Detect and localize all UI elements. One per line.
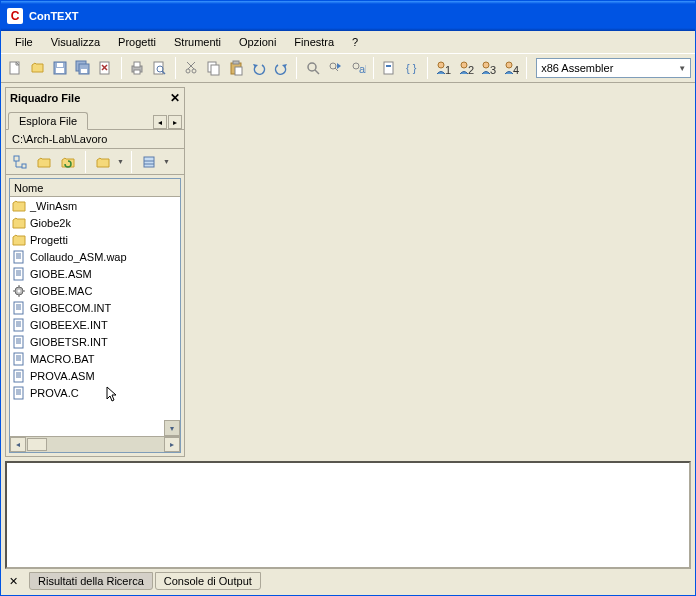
- tab-explore-file[interactable]: Esplora File: [8, 112, 88, 130]
- paste-button[interactable]: [226, 57, 247, 79]
- svg-rect-23: [233, 61, 239, 64]
- toolbar: ab{ }1234x86 Assembler▼: [1, 53, 695, 83]
- svg-point-36: [461, 62, 467, 68]
- file-panel-close-button[interactable]: ✕: [170, 91, 180, 105]
- gear-icon: [12, 284, 26, 298]
- svg-rect-24: [235, 67, 242, 75]
- menu-finestra[interactable]: Finestra: [286, 34, 342, 50]
- list-item[interactable]: Giobe2k: [10, 214, 180, 231]
- user4-button[interactable]: 4: [501, 57, 522, 79]
- file-icon: [12, 267, 26, 281]
- bookmark-button[interactable]: [379, 57, 400, 79]
- list-item[interactable]: GIOBE.ASM: [10, 265, 180, 282]
- menu-file[interactable]: File: [7, 34, 41, 50]
- list-item[interactable]: Progetti: [10, 231, 180, 248]
- svg-rect-45: [22, 164, 26, 168]
- svg-rect-42: [14, 156, 19, 161]
- svg-rect-71: [14, 336, 23, 348]
- user2-button[interactable]: 2: [456, 57, 477, 79]
- svg-point-25: [308, 63, 316, 71]
- preview-button[interactable]: [149, 57, 170, 79]
- menu-opzioni[interactable]: Opzioni: [231, 34, 284, 50]
- file-icon: [12, 250, 26, 264]
- print-button[interactable]: [127, 57, 148, 79]
- chevron-down-icon: ▼: [678, 64, 686, 73]
- tab-search-results[interactable]: Risultati della Ricerca: [29, 572, 153, 590]
- svg-point-17: [192, 69, 196, 73]
- file-name: PROVA.ASM: [30, 370, 95, 382]
- editor-area[interactable]: [185, 83, 695, 461]
- close-button[interactable]: [95, 57, 116, 79]
- file-panel-title: Riquadro File: [10, 92, 80, 104]
- tab-output-console[interactable]: Console di Output: [155, 572, 261, 590]
- output-close-button[interactable]: ✕: [9, 575, 23, 588]
- find-button[interactable]: [302, 57, 323, 79]
- svg-rect-46: [144, 157, 154, 167]
- syntax-highlighter-dropdown[interactable]: x86 Assembler▼: [536, 58, 691, 78]
- file-name: Giobe2k: [30, 217, 71, 229]
- svg-point-38: [483, 62, 489, 68]
- new-button[interactable]: [5, 57, 26, 79]
- scroll-thumb[interactable]: [27, 438, 47, 451]
- file-list[interactable]: _WinAsmGiobe2kProgettiCollaudo_ASM.wapGI…: [10, 197, 180, 436]
- svg-text:3: 3: [490, 64, 496, 76]
- folder-up-icon[interactable]: [34, 152, 54, 172]
- svg-line-18: [188, 62, 195, 69]
- folder-refresh-icon[interactable]: [58, 152, 78, 172]
- svg-rect-63: [14, 302, 23, 314]
- cut-button[interactable]: [181, 57, 202, 79]
- tab-scroll-left-button[interactable]: ◂: [153, 115, 167, 129]
- svg-rect-2: [56, 68, 64, 73]
- svg-rect-12: [134, 70, 140, 74]
- list-item[interactable]: _WinAsm: [10, 197, 180, 214]
- user1-button[interactable]: 1: [433, 57, 454, 79]
- copy-button[interactable]: [203, 57, 224, 79]
- menu-strumenti[interactable]: Strumenti: [166, 34, 229, 50]
- scroll-right-button[interactable]: ▸: [164, 437, 180, 452]
- svg-rect-83: [14, 387, 23, 399]
- tab-scroll-right-button[interactable]: ▸: [168, 115, 182, 129]
- list-item[interactable]: GIOBE.MAC: [10, 282, 180, 299]
- list-item[interactable]: PROVA.C: [10, 384, 180, 401]
- svg-text:{ }: { }: [406, 62, 417, 74]
- findnext-button[interactable]: [325, 57, 346, 79]
- view-mode-icon[interactable]: [139, 152, 159, 172]
- svg-line-19: [187, 62, 194, 69]
- file-icon: [12, 301, 26, 315]
- open-button[interactable]: [28, 57, 49, 79]
- horizontal-scrollbar[interactable]: ◂ ▸: [10, 436, 180, 452]
- file-icon: [12, 386, 26, 400]
- list-item[interactable]: GIOBEEXE.INT: [10, 316, 180, 333]
- scroll-left-button[interactable]: ◂: [10, 437, 26, 452]
- file-panel-header: Riquadro File ✕: [6, 88, 184, 108]
- redo-button[interactable]: [271, 57, 292, 79]
- list-item[interactable]: GIOBETSR.INT: [10, 333, 180, 350]
- column-header-name[interactable]: Nome: [10, 179, 180, 197]
- output-textarea[interactable]: [5, 461, 691, 569]
- undo-button[interactable]: [248, 57, 269, 79]
- output-tabs: ✕ Risultati della Ricerca Console di Out…: [5, 571, 691, 591]
- bracket-button[interactable]: { }: [402, 57, 423, 79]
- menu-[interactable]: ?: [344, 34, 366, 50]
- file-panel-toolbar: ▼ ▼: [6, 149, 184, 175]
- file-name: MACRO.BAT: [30, 353, 95, 365]
- mouse-cursor-icon: [106, 386, 120, 404]
- output-panel: ✕ Risultati della Ricerca Console di Out…: [5, 461, 691, 591]
- list-item[interactable]: Collaudo_ASM.wap: [10, 248, 180, 265]
- folder-favorite-icon[interactable]: [93, 152, 113, 172]
- saveall-button[interactable]: [73, 57, 94, 79]
- list-item[interactable]: MACRO.BAT: [10, 350, 180, 367]
- list-item[interactable]: PROVA.ASM: [10, 367, 180, 384]
- svg-rect-3: [57, 63, 63, 67]
- replace-button[interactable]: ab: [347, 57, 368, 79]
- save-button[interactable]: [50, 57, 71, 79]
- titlebar[interactable]: C ConTEXT: [1, 1, 695, 31]
- menu-progetti[interactable]: Progetti: [110, 34, 164, 50]
- user3-button[interactable]: 3: [478, 57, 499, 79]
- scroll-down-button[interactable]: ▾: [164, 420, 180, 436]
- list-item[interactable]: GIOBECOM.INT: [10, 299, 180, 316]
- tree-collapse-icon[interactable]: [10, 152, 30, 172]
- app-icon: C: [7, 8, 23, 24]
- menu-visualizza[interactable]: Visualizza: [43, 34, 108, 50]
- file-icon: [12, 369, 26, 383]
